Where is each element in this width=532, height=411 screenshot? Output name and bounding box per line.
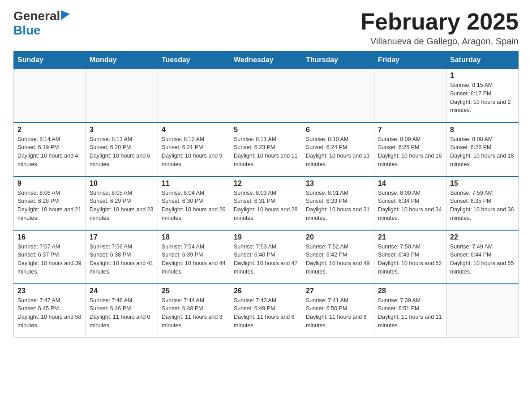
day-number: 16 [17,233,82,241]
table-row: 8Sunrise: 8:08 AMSunset: 6:26 PMDaylight… [446,123,519,176]
table-row: 25Sunrise: 7:44 AMSunset: 6:48 PMDayligh… [158,284,230,338]
day-number: 5 [234,126,298,134]
day-number: 9 [17,180,82,188]
calendar-header-row: Sunday Monday Tuesday Wednesday Thursday… [14,51,519,69]
day-info: Sunrise: 8:06 AMSunset: 6:28 PMDaylight:… [17,189,82,223]
table-row: 1Sunrise: 8:15 AMSunset: 6:17 PMDaylight… [446,69,519,123]
day-number: 7 [378,126,442,134]
col-wednesday: Wednesday [230,51,302,69]
table-row: 15Sunrise: 7:59 AMSunset: 6:35 PMDayligh… [446,176,519,230]
table-row: 16Sunrise: 7:57 AMSunset: 6:37 PMDayligh… [14,230,86,284]
day-number: 4 [162,126,226,134]
table-row: 22Sunrise: 7:49 AMSunset: 6:44 PMDayligh… [446,230,519,284]
table-row: 3Sunrise: 8:13 AMSunset: 6:20 PMDaylight… [86,123,158,176]
day-info: Sunrise: 7:53 AMSunset: 6:40 PMDaylight:… [234,243,298,276]
day-number: 6 [306,126,370,134]
day-info: Sunrise: 8:03 AMSunset: 6:31 PMDaylight:… [234,189,298,223]
day-info: Sunrise: 7:59 AMSunset: 6:35 PMDaylight:… [450,189,515,223]
day-number: 23 [17,287,82,295]
table-row [230,69,302,123]
day-info: Sunrise: 7:57 AMSunset: 6:37 PMDaylight:… [17,243,82,276]
day-number: 19 [234,233,298,241]
table-row: 28Sunrise: 7:39 AMSunset: 6:51 PMDayligh… [374,284,446,338]
table-row [86,69,158,123]
col-thursday: Thursday [302,51,374,69]
day-info: Sunrise: 8:11 AMSunset: 6:23 PMDaylight:… [234,135,298,169]
svg-marker-0 [61,10,70,20]
table-row: 9Sunrise: 8:06 AMSunset: 6:28 PMDaylight… [14,176,86,230]
calendar-week-row: 9Sunrise: 8:06 AMSunset: 6:28 PMDaylight… [14,176,519,230]
table-row [302,69,374,123]
day-number: 18 [162,233,226,241]
table-row [446,284,519,338]
day-info: Sunrise: 8:12 AMSunset: 6:21 PMDaylight:… [162,135,226,169]
page-header: General Blue February 2025 Villanueva de… [13,9,519,47]
day-number: 15 [450,180,515,188]
logo-arrow-icon [61,10,70,20]
day-number: 11 [162,180,226,188]
table-row: 6Sunrise: 8:10 AMSunset: 6:24 PMDaylight… [302,123,374,176]
day-info: Sunrise: 7:41 AMSunset: 6:50 PMDaylight:… [306,296,370,330]
day-info: Sunrise: 7:52 AMSunset: 6:42 PMDaylight:… [306,243,370,276]
day-info: Sunrise: 7:50 AMSunset: 6:43 PMDaylight:… [378,243,442,276]
day-info: Sunrise: 7:49 AMSunset: 6:44 PMDaylight:… [450,243,515,276]
day-info: Sunrise: 8:08 AMSunset: 6:26 PMDaylight:… [450,135,515,169]
calendar-table: Sunday Monday Tuesday Wednesday Thursday… [13,51,519,338]
day-info: Sunrise: 7:46 AMSunset: 6:46 PMDaylight:… [90,296,154,330]
day-number: 8 [450,126,515,134]
table-row: 26Sunrise: 7:43 AMSunset: 6:49 PMDayligh… [230,284,302,338]
day-info: Sunrise: 8:14 AMSunset: 6:19 PMDaylight:… [17,135,82,169]
day-number: 26 [234,287,298,295]
day-info: Sunrise: 8:00 AMSunset: 6:34 PMDaylight:… [378,189,442,223]
table-row: 19Sunrise: 7:53 AMSunset: 6:40 PMDayligh… [230,230,302,284]
col-monday: Monday [86,51,158,69]
location: Villanueva de Gallego, Aragon, Spain [360,36,519,47]
table-row: 13Sunrise: 8:01 AMSunset: 6:33 PMDayligh… [302,176,374,230]
calendar-week-row: 16Sunrise: 7:57 AMSunset: 6:37 PMDayligh… [14,230,519,284]
day-info: Sunrise: 8:04 AMSunset: 6:30 PMDaylight:… [162,189,226,223]
table-row [158,69,230,123]
day-number: 24 [90,287,154,295]
day-info: Sunrise: 7:47 AMSunset: 6:45 PMDaylight:… [17,296,82,330]
day-number: 21 [378,233,442,241]
day-number: 14 [378,180,442,188]
table-row: 24Sunrise: 7:46 AMSunset: 6:46 PMDayligh… [86,284,158,338]
table-row: 4Sunrise: 8:12 AMSunset: 6:21 PMDaylight… [158,123,230,176]
logo-general-text: General [13,9,60,23]
day-number: 12 [234,180,298,188]
table-row: 7Sunrise: 8:09 AMSunset: 6:25 PMDaylight… [374,123,446,176]
day-number: 22 [450,233,515,241]
day-info: Sunrise: 7:44 AMSunset: 6:48 PMDaylight:… [162,296,226,330]
day-info: Sunrise: 8:10 AMSunset: 6:24 PMDaylight:… [306,135,370,169]
table-row: 10Sunrise: 8:05 AMSunset: 6:29 PMDayligh… [86,176,158,230]
calendar-week-row: 23Sunrise: 7:47 AMSunset: 6:45 PMDayligh… [14,284,519,338]
day-info: Sunrise: 8:01 AMSunset: 6:33 PMDaylight:… [306,189,370,223]
month-title: February 2025 [360,9,519,34]
day-number: 25 [162,287,226,295]
table-row: 11Sunrise: 8:04 AMSunset: 6:30 PMDayligh… [158,176,230,230]
day-number: 10 [90,180,154,188]
table-row [374,69,446,123]
logo-blue-text: Blue [13,23,41,37]
day-number: 27 [306,287,370,295]
table-row: 20Sunrise: 7:52 AMSunset: 6:42 PMDayligh… [302,230,374,284]
day-info: Sunrise: 7:43 AMSunset: 6:49 PMDaylight:… [234,296,298,330]
table-row: 18Sunrise: 7:54 AMSunset: 6:39 PMDayligh… [158,230,230,284]
day-number: 2 [17,126,82,134]
col-saturday: Saturday [446,51,519,69]
day-info: Sunrise: 7:54 AMSunset: 6:39 PMDaylight:… [162,243,226,276]
day-number: 13 [306,180,370,188]
table-row: 2Sunrise: 8:14 AMSunset: 6:19 PMDaylight… [14,123,86,176]
table-row: 21Sunrise: 7:50 AMSunset: 6:43 PMDayligh… [374,230,446,284]
day-number: 1 [450,72,515,80]
day-info: Sunrise: 8:15 AMSunset: 6:17 PMDaylight:… [450,81,515,115]
day-info: Sunrise: 8:05 AMSunset: 6:29 PMDaylight:… [90,189,154,223]
day-info: Sunrise: 7:39 AMSunset: 6:51 PMDaylight:… [378,296,442,330]
table-row: 23Sunrise: 7:47 AMSunset: 6:45 PMDayligh… [14,284,86,338]
day-info: Sunrise: 8:09 AMSunset: 6:25 PMDaylight:… [378,135,442,169]
day-number: 20 [306,233,370,241]
table-row [14,69,86,123]
day-number: 17 [90,233,154,241]
calendar-week-row: 2Sunrise: 8:14 AMSunset: 6:19 PMDaylight… [14,123,519,176]
col-friday: Friday [374,51,446,69]
